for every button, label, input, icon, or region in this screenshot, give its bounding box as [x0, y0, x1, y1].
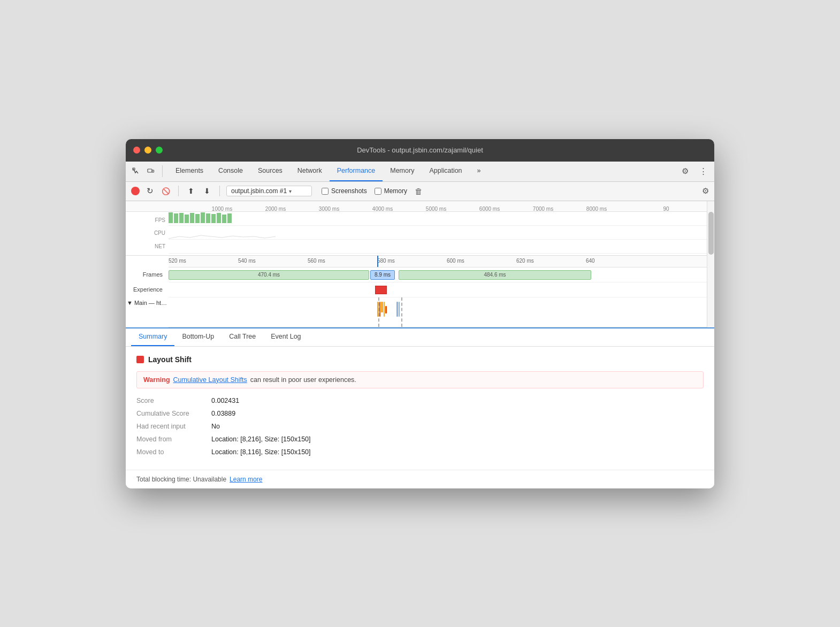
screenshots-checkbox[interactable]	[322, 188, 329, 195]
svg-rect-1	[148, 169, 152, 172]
tab-summary[interactable]: Summary	[131, 328, 174, 346]
more-icon[interactable]: ⋮	[696, 164, 710, 178]
tick-1000: 1000 ms	[212, 206, 232, 212]
scrollbar[interactable]	[707, 201, 714, 327]
checkbox-group: Screenshots Memory 🗑	[322, 187, 423, 196]
toolbar-settings-icon[interactable]: ⚙	[702, 186, 709, 196]
tick-90: 90	[663, 206, 669, 212]
detail-tick-620: 620 ms	[516, 258, 534, 264]
detail-tick-600: 600 ms	[447, 258, 464, 264]
layout-shift-block	[375, 286, 387, 294]
frame-bar-2: 8.9 ms	[370, 270, 395, 280]
scrollbar-thumb[interactable]	[708, 212, 714, 255]
flame-3	[381, 302, 383, 312]
moved-from-value: Location: [8,216], Size: [150x150]	[211, 435, 311, 443]
tab-elements[interactable]: Elements	[168, 162, 211, 181]
fps-chart	[169, 212, 677, 224]
tab-performance[interactable]: Performance	[330, 162, 383, 181]
detail-time-ruler: 520 ms 540 ms 560 ms 580 ms 600 ms 620 m…	[169, 256, 714, 267]
experience-row: Experience	[169, 282, 714, 297]
tab-bottom-up[interactable]: Bottom-Up	[174, 328, 222, 346]
flame-2	[379, 302, 380, 317]
svg-rect-12	[217, 213, 221, 223]
cpu-label: CPU	[126, 230, 169, 236]
svg-rect-11	[211, 214, 216, 223]
tick-4000: 4000 ms	[372, 206, 393, 212]
tick-3000: 3000 ms	[319, 206, 339, 212]
frame-bar-3: 484.6 ms	[399, 270, 591, 280]
detail-tick-540: 540 ms	[238, 258, 256, 264]
tab-console[interactable]: Console	[211, 162, 250, 181]
separator2	[219, 186, 220, 196]
learn-more-link[interactable]: Learn more	[230, 476, 262, 483]
main-row: ▼ Main — https://output.jsbin.com/zajami…	[169, 297, 714, 327]
download-button[interactable]: ⬇	[201, 185, 213, 197]
moved-from-label: Moved from	[136, 435, 211, 443]
tab-network[interactable]: Network	[290, 162, 330, 181]
warning-text: can result in poor user experiences.	[250, 376, 356, 384]
window-title: DevTools - output.jsbin.com/zajamil/quie…	[357, 146, 483, 154]
detail-tick-560: 560 ms	[308, 258, 325, 264]
detail-timeline: 520 ms 540 ms 560 ms 580 ms 600 ms 620 m…	[126, 256, 714, 327]
tick-2000: 2000 ms	[265, 206, 286, 212]
tick-8000: 8000 ms	[586, 206, 607, 212]
performance-toolbar: ↻ 🚫 ⬆ ⬇ output.jsbin.com #1 ▾ Screenshot…	[126, 182, 714, 201]
had-recent-input-label: Had recent input	[136, 423, 211, 430]
net-label: NET	[126, 243, 169, 249]
traffic-lights	[133, 147, 163, 154]
flame-6	[396, 302, 398, 317]
separator	[178, 186, 179, 196]
minimize-button[interactable]	[144, 147, 151, 154]
experience-label: Experience	[126, 286, 166, 293]
tab-application[interactable]: Application	[422, 162, 469, 181]
fps-label: FPS	[126, 217, 169, 223]
tab-sources[interactable]: Sources	[250, 162, 290, 181]
upload-button[interactable]: ⬆	[185, 185, 197, 197]
fps-row	[169, 212, 714, 226]
settings-icon[interactable]: ⚙	[678, 164, 692, 178]
tab-memory[interactable]: Memory	[383, 162, 422, 181]
flame-7	[399, 302, 400, 317]
devtools-window: DevTools - output.jsbin.com/zajamil/quie…	[126, 139, 714, 488]
overview-time-ruler: 1000 ms 2000 ms 3000 ms 4000 ms 5000 ms …	[126, 201, 714, 212]
cumulative-score-row: Cumulative Score 0.03889	[136, 410, 704, 417]
bottom-tabs: Summary Bottom-Up Call Tree Event Log	[126, 328, 714, 347]
maximize-button[interactable]	[156, 147, 163, 154]
frame-bar-1: 470.4 ms	[169, 270, 369, 280]
timeline-area[interactable]: 1000 ms 2000 ms 3000 ms 4000 ms 5000 ms …	[126, 201, 714, 328]
svg-rect-14	[227, 213, 232, 223]
clear-button[interactable]: 🚫	[160, 185, 172, 197]
nav-tabs: Elements Console Sources Network Perform…	[168, 162, 678, 181]
summary-title: Layout Shift	[136, 355, 704, 364]
memory-checkbox-label[interactable]: Memory	[375, 187, 407, 195]
had-recent-input-row: Had recent input No	[136, 423, 704, 430]
device-icon[interactable]	[145, 165, 157, 177]
url-selector[interactable]: output.jsbin.com #1 ▾	[226, 186, 312, 196]
detail-tick-640: 640	[586, 258, 595, 264]
inspect-icon[interactable]	[130, 165, 142, 177]
tab-more[interactable]: »	[470, 162, 488, 181]
screenshots-checkbox-label[interactable]: Screenshots	[322, 187, 367, 195]
svg-rect-7	[190, 213, 194, 223]
tab-call-tree[interactable]: Call Tree	[222, 328, 263, 346]
net-row	[169, 240, 714, 254]
title-bar: DevTools - output.jsbin.com/zajamil/quie…	[126, 139, 714, 162]
nav-bar: Elements Console Sources Network Perform…	[126, 162, 714, 182]
close-button[interactable]	[133, 147, 140, 154]
tab-event-log[interactable]: Event Log	[263, 328, 308, 346]
dashed-line-2	[401, 297, 402, 327]
bottom-panel: Summary Bottom-Up Call Tree Event Log La…	[126, 328, 714, 488]
detail-tick-580: 580 ms	[377, 258, 395, 264]
record-button[interactable]	[131, 187, 140, 195]
cls-link[interactable]: Cumulative Layout Shifts	[173, 376, 247, 384]
selection-line	[377, 256, 378, 267]
warning-label: Warning	[143, 376, 170, 384]
svg-rect-4	[174, 213, 178, 223]
svg-rect-13	[222, 215, 226, 223]
layout-shift-icon	[136, 356, 144, 363]
reload-button[interactable]: ↻	[144, 185, 156, 197]
cumulative-score-label: Cumulative Score	[136, 410, 211, 417]
flame-4	[384, 302, 385, 317]
memory-checkbox[interactable]	[375, 188, 381, 195]
trash-icon[interactable]: 🗑	[415, 187, 423, 196]
